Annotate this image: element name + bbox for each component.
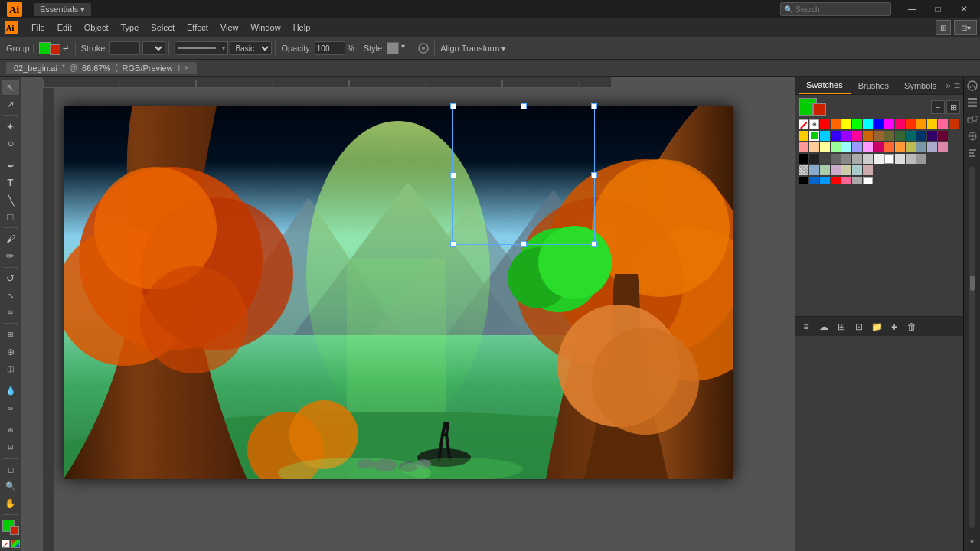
lasso-tool[interactable]: ⊙ [2, 136, 19, 152]
swatch-11[interactable] [927, 119, 937, 129]
sw-r3-4[interactable] [831, 142, 841, 152]
swatch-6[interactable] [874, 119, 884, 129]
sw-r6-6[interactable] [852, 177, 862, 184]
swatch-9[interactable] [906, 119, 916, 129]
sw-r4-12[interactable] [916, 154, 926, 164]
search-input[interactable] [795, 5, 887, 14]
sw-r4-6[interactable] [852, 154, 862, 164]
sw-r4-11[interactable] [906, 154, 916, 164]
sw-r4-9[interactable] [884, 154, 894, 164]
stroke-input[interactable] [109, 41, 140, 55]
sw-r6-2[interactable] [809, 177, 819, 184]
hand-tool[interactable]: ✋ [2, 496, 19, 511]
new-color-group-btn[interactable]: ⊡ [851, 319, 867, 334]
opacity-input[interactable] [315, 41, 345, 55]
menu-view[interactable]: View [215, 21, 244, 34]
gradient-tool[interactable]: ◫ [2, 361, 19, 377]
swatch-8[interactable] [895, 119, 905, 129]
swatch-libraries-btn[interactable]: ≡ [799, 319, 814, 334]
appearance-panel-btn[interactable] [966, 130, 978, 142]
sw-r2-11[interactable] [906, 131, 916, 141]
sw-r5-1[interactable] [799, 165, 808, 175]
sw-r3-3[interactable] [820, 142, 830, 152]
stroke-unit-select[interactable] [142, 41, 165, 55]
menu-type[interactable]: Type [116, 21, 145, 34]
sw-r2-14[interactable] [938, 131, 948, 141]
menu-help[interactable]: Help [288, 21, 316, 34]
sw-r4-1[interactable] [799, 154, 808, 164]
sw-r4-10[interactable] [895, 154, 905, 164]
swatch-none[interactable] [799, 119, 808, 129]
sw-r5-4[interactable] [831, 165, 841, 175]
menu-effect[interactable]: Effect [181, 21, 214, 34]
align-panel-btn[interactable] [966, 147, 978, 159]
appearance-btn[interactable] [416, 41, 431, 56]
swatch-7[interactable] [884, 119, 894, 129]
sw-r6-3[interactable] [820, 177, 830, 184]
sw-r3-7[interactable] [863, 142, 873, 152]
color-icon[interactable] [11, 540, 20, 548]
rect-tool[interactable]: □ [2, 209, 19, 224]
swatch-5[interactable] [863, 119, 873, 129]
free-transform-tool[interactable]: ⊞ [2, 327, 19, 342]
symbol-sprayer-tool[interactable]: ⊛ [2, 422, 19, 438]
new-swatch-btn-folder[interactable]: 📁 [869, 319, 884, 334]
sw-r4-3[interactable] [820, 154, 830, 164]
transform-more-btn[interactable]: ▾ [501, 44, 505, 53]
grid-view-btn[interactable]: ⊞ [946, 100, 960, 114]
sw-r3-2[interactable] [809, 142, 819, 152]
sw-r2-13[interactable] [927, 131, 937, 141]
sw-r2-5[interactable] [841, 131, 851, 141]
swatch-3[interactable] [841, 119, 851, 129]
swatch-4[interactable] [852, 119, 862, 129]
sw-r4-7[interactable] [863, 154, 873, 164]
stroke-swatch[interactable] [50, 44, 60, 55]
color-panel-btn[interactable] [966, 80, 978, 92]
sw-r5-5[interactable] [841, 165, 851, 175]
menu-file[interactable]: File [26, 21, 51, 34]
current-stroke-swatch[interactable] [812, 103, 826, 116]
list-view-btn[interactable]: ≡ [931, 100, 945, 114]
sw-r2-8[interactable] [874, 131, 884, 141]
symbols-tab[interactable]: Symbols [897, 78, 944, 93]
swatches-tab[interactable]: Swatches [799, 77, 851, 94]
sw-r5-7[interactable] [863, 165, 873, 175]
opacity-style-select[interactable]: Basic [230, 41, 272, 55]
swatch-registration[interactable]: ⊕ [809, 119, 819, 129]
none-icon[interactable] [2, 540, 10, 548]
scale-tool[interactable]: ⤡ [2, 288, 19, 303]
warp-tool[interactable]: ≋ [2, 305, 19, 320]
sw-r2-2[interactable] [809, 131, 819, 141]
sw-r3-12[interactable] [916, 142, 926, 152]
minimize-button[interactable]: ─ [899, 0, 925, 18]
style-select[interactable]: ▾ [401, 42, 413, 54]
paintbrush-tool[interactable]: 🖌 [2, 231, 19, 246]
sw-r4-8[interactable] [874, 154, 884, 164]
menu-object[interactable]: Object [79, 21, 114, 34]
scroll-track[interactable] [969, 167, 975, 528]
transform-panel-btn[interactable] [966, 113, 978, 126]
magic-wand-tool[interactable]: ✦ [2, 119, 19, 134]
pencil-tool[interactable]: ✏ [2, 249, 19, 264]
sw-r4-2[interactable] [809, 154, 819, 164]
sw-r2-4[interactable] [831, 131, 841, 141]
menu-edit[interactable]: Edit [52, 21, 77, 34]
swatch-13[interactable] [949, 119, 959, 129]
sw-r3-11[interactable] [906, 142, 916, 152]
sw-r2-9[interactable] [884, 131, 894, 141]
sw-r2-12[interactable] [916, 131, 926, 141]
sw-r5-3[interactable] [820, 165, 830, 175]
shape-builder-tool[interactable]: ⊕ [2, 344, 19, 359]
brushes-tab[interactable]: Brushes [851, 78, 897, 93]
swatch-10[interactable] [916, 119, 926, 129]
swatch-2[interactable] [831, 119, 841, 129]
stroke-color-box[interactable] [10, 526, 19, 535]
canvas-area[interactable] [21, 77, 795, 551]
sw-r5-2[interactable] [809, 165, 819, 175]
select-tool[interactable]: ↖ [2, 80, 19, 95]
sw-r6-7[interactable] [863, 177, 873, 184]
sw-r5-6[interactable] [852, 165, 862, 175]
sw-r3-8[interactable] [874, 142, 884, 152]
direct-select-tool[interactable]: ↗ [2, 96, 19, 112]
scroll-down-btn[interactable]: ▼ [966, 536, 978, 548]
